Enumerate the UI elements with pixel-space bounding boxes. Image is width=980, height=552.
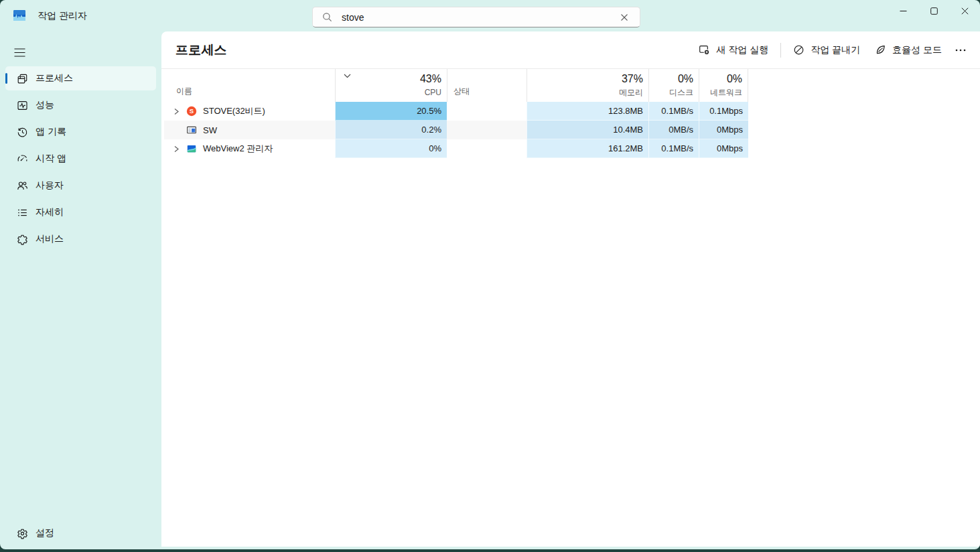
clear-search-icon[interactable]	[616, 9, 633, 26]
search-input[interactable]	[342, 12, 616, 23]
column-header-network[interactable]: 0% 네트워크	[699, 69, 748, 102]
process-table: 이름 43% CPU 상태 37% 메모리	[164, 69, 980, 158]
cpu-cell: 0.2%	[335, 121, 447, 139]
services-icon	[17, 234, 28, 245]
column-header-name[interactable]: 이름	[164, 69, 335, 102]
maximize-button[interactable]	[918, 0, 949, 22]
process-row-sw[interactable]: SW 0.2% 10.4MB 0MB/s 0Mbps	[164, 121, 980, 139]
status-cell	[447, 102, 527, 121]
process-name: STOVE(32비트)	[203, 105, 265, 117]
page-title: 프로세스	[176, 42, 227, 59]
hamburger-menu-button[interactable]	[7, 41, 32, 64]
disk-cell: 0.1MB/s	[648, 102, 699, 121]
disk-cell: 0MB/s	[648, 121, 699, 139]
memory-cell: 123.8MB	[527, 102, 648, 121]
close-button[interactable]	[949, 0, 980, 22]
status-cell	[447, 121, 527, 139]
more-options-button[interactable]	[949, 44, 972, 56]
task-manager-app-icon	[13, 10, 25, 21]
toolbar: 새 작업 실행 작업 끝내기	[691, 40, 972, 61]
sidebar-item-performance[interactable]: 성능	[5, 93, 156, 117]
memory-cell: 10.4MB	[527, 121, 648, 139]
search-icon	[322, 12, 332, 22]
network-cell: 0Mbps	[699, 139, 748, 158]
search-box[interactable]	[312, 7, 640, 27]
column-header-memory[interactable]: 37% 메모리	[527, 69, 648, 102]
sidebar-item-app-history[interactable]: 앱 기록	[5, 120, 156, 144]
performance-icon	[17, 100, 28, 111]
window-controls	[888, 0, 980, 22]
maximize-icon	[930, 7, 938, 15]
disk-cell: 0.1MB/s	[648, 139, 699, 158]
memory-cell: 161.2MB	[527, 139, 648, 158]
content-header: 프로세스 새 작업 실행	[161, 31, 980, 69]
network-cell: 0Mbps	[699, 121, 748, 139]
disk-total: 0%	[678, 72, 693, 86]
processes-icon	[17, 73, 28, 84]
process-row-stove[interactable]: S STOVE(32비트) 20.5% 123.8MB 0.1MB/s 0.1M…	[164, 102, 980, 121]
cpu-cell: 0%	[335, 139, 447, 158]
end-task-icon	[793, 44, 804, 56]
sidebar-item-settings[interactable]: 설정	[5, 521, 156, 545]
app-history-icon	[17, 127, 28, 138]
end-task-button[interactable]: 작업 끝내기	[786, 40, 867, 61]
memory-total: 37%	[622, 72, 643, 86]
process-name: SW	[203, 125, 217, 135]
column-header-disk[interactable]: 0% 디스크	[648, 69, 699, 102]
settings-gear-icon	[17, 528, 28, 539]
content-panel: 프로세스 새 작업 실행	[161, 31, 980, 547]
toolbar-divider	[780, 43, 781, 58]
sidebar-item-users[interactable]: 사용자	[5, 174, 156, 198]
titlebar: 작업 관리자	[0, 0, 980, 31]
status-cell	[447, 139, 527, 158]
startup-apps-icon	[17, 153, 28, 165]
task-manager-window: 작업 관리자	[0, 0, 980, 549]
sidebar-item-startup-apps[interactable]: 시작 앱	[5, 147, 156, 171]
stove-app-icon: S	[186, 106, 197, 117]
efficiency-mode-button[interactable]: 효율성 모드	[867, 40, 949, 61]
sort-chevron-down-icon	[344, 74, 351, 78]
sidebar-nav: 프로세스 성능	[0, 66, 161, 251]
selected-accent-bar	[5, 73, 7, 84]
process-row-webview2[interactable]: WebView2 관리자 0% 161.2MB 0.1MB/s 0Mbps	[164, 139, 980, 158]
process-name: WebView2 관리자	[203, 143, 273, 155]
svg-text:S: S	[190, 107, 194, 115]
new-task-icon	[699, 44, 710, 56]
minimize-button[interactable]	[888, 0, 918, 22]
table-header-row: 이름 43% CPU 상태 37% 메모리	[164, 69, 980, 102]
cpu-cell: 20.5%	[335, 102, 447, 121]
users-icon	[17, 180, 28, 192]
chevron-right-icon[interactable]	[171, 143, 182, 154]
column-header-status[interactable]: 상태	[447, 69, 527, 102]
sidebar-item-processes[interactable]: 프로세스	[5, 66, 156, 90]
ellipsis-icon	[955, 49, 966, 52]
sidebar: 프로세스 성능	[0, 31, 161, 549]
column-header-cpu[interactable]: 43% CPU	[335, 69, 447, 102]
network-total: 0%	[727, 72, 742, 86]
sidebar-item-services[interactable]: 서비스	[5, 227, 156, 251]
minimize-icon	[900, 7, 907, 15]
window-title: 작업 관리자	[38, 10, 87, 22]
close-icon	[961, 7, 969, 15]
webview2-app-icon	[186, 143, 197, 154]
sidebar-item-label: 프로세스	[36, 72, 73, 84]
run-new-task-button[interactable]: 새 작업 실행	[691, 40, 776, 61]
chevron-right-icon[interactable]	[171, 106, 182, 117]
sidebar-item-details[interactable]: 자세히	[5, 200, 156, 224]
sw-app-icon	[186, 125, 197, 135]
efficiency-leaf-icon	[875, 44, 886, 56]
network-cell: 0.1Mbps	[699, 102, 748, 121]
hamburger-icon	[14, 48, 25, 57]
details-icon	[17, 207, 28, 218]
cpu-total: 43%	[420, 72, 441, 86]
